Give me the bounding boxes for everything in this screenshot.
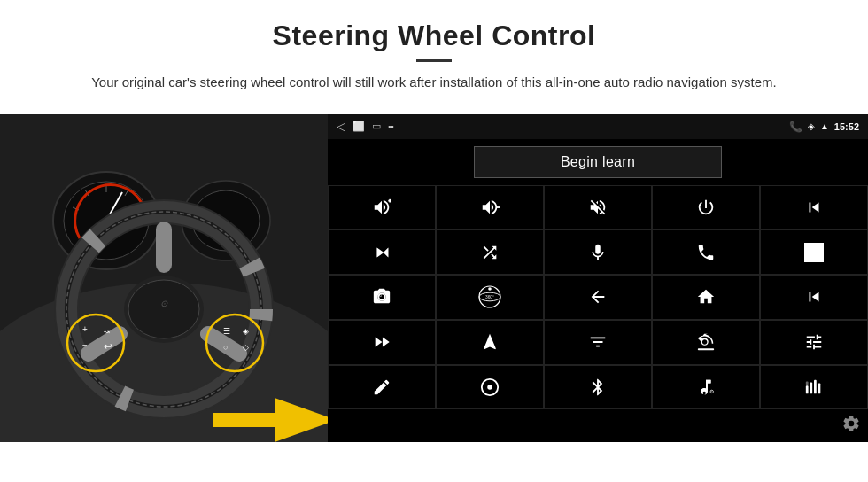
page-wrapper: Steering Wheel Control Your original car… bbox=[0, 0, 868, 442]
location-icon: ◈ bbox=[808, 121, 815, 131]
steering-wheel-panel: ⊙ + ↝ − ↩ ☰ ◈ ○ ◇ bbox=[0, 114, 328, 442]
bluetooth-button[interactable] bbox=[544, 365, 652, 410]
prev-track-button[interactable] bbox=[760, 185, 868, 230]
svg-rect-47 bbox=[806, 385, 809, 393]
sliders-button[interactable] bbox=[760, 320, 868, 365]
svg-rect-34 bbox=[213, 413, 276, 427]
next-track-button[interactable] bbox=[328, 229, 436, 275]
svg-point-21 bbox=[128, 280, 199, 338]
mic-button[interactable] bbox=[544, 229, 652, 275]
svg-text:360°: 360° bbox=[485, 296, 494, 300]
head-unit-panel: ◁ ⬜ ▭ ▪▪ 📞 ◈ ▲ 15:52 Begin learn bbox=[328, 114, 868, 442]
svg-rect-51 bbox=[806, 382, 809, 385]
svg-point-41 bbox=[488, 288, 492, 292]
phone-call-button[interactable] bbox=[652, 229, 760, 275]
svg-text:⚙: ⚙ bbox=[709, 388, 714, 394]
page-title: Steering Wheel Control bbox=[53, 19, 815, 52]
status-bar-nav: ◁ ⬜ ▭ ▪▪ bbox=[337, 120, 393, 133]
360-button[interactable]: 360° bbox=[436, 275, 544, 320]
svg-text:↝: ↝ bbox=[104, 328, 110, 336]
svg-text:+: + bbox=[82, 324, 88, 334]
svg-text:☰: ☰ bbox=[223, 327, 230, 336]
svg-text:○: ○ bbox=[223, 343, 228, 352]
phone-status-icon: 📞 bbox=[789, 120, 802, 133]
music-button[interactable]: ⚙ bbox=[652, 365, 760, 410]
begin-learn-button[interactable]: Begin learn bbox=[474, 146, 722, 178]
power-button[interactable] bbox=[652, 185, 760, 230]
back-button[interactable] bbox=[544, 275, 652, 320]
steering-wheel-svg: ⊙ + ↝ − ↩ ☰ ◈ ○ ◇ bbox=[0, 114, 328, 442]
back-nav-icon[interactable]: ◁ bbox=[337, 120, 345, 133]
recents-nav-icon[interactable]: ▭ bbox=[372, 120, 381, 132]
svg-text:◈: ◈ bbox=[243, 327, 249, 336]
settings-button[interactable] bbox=[841, 414, 861, 439]
status-bar: ◁ ⬜ ▭ ▪▪ 📞 ◈ ▲ 15:52 bbox=[328, 114, 868, 139]
skip-backward-button[interactable] bbox=[760, 275, 868, 320]
svg-text:◇: ◇ bbox=[243, 343, 249, 352]
navigate-button[interactable] bbox=[436, 320, 544, 365]
signal-icon: ▪▪ bbox=[388, 122, 393, 131]
wifi-icon: ▲ bbox=[820, 121, 829, 131]
360-icon: 360° bbox=[474, 281, 506, 313]
svg-rect-43 bbox=[698, 349, 714, 351]
header-section: Steering Wheel Control Your original car… bbox=[0, 0, 868, 102]
vol-up-button[interactable] bbox=[328, 185, 436, 230]
vol-down-button[interactable] bbox=[436, 185, 544, 230]
media-button[interactable] bbox=[436, 365, 544, 410]
settings-row bbox=[328, 410, 868, 442]
camera-button[interactable]: 360° bbox=[328, 275, 436, 320]
svg-text:⊙: ⊙ bbox=[160, 299, 168, 308]
equalizer-button[interactable] bbox=[544, 320, 652, 365]
svg-text:↩: ↩ bbox=[104, 340, 112, 353]
home-button[interactable] bbox=[652, 275, 760, 320]
svg-rect-49 bbox=[814, 380, 817, 394]
svg-rect-50 bbox=[818, 383, 821, 393]
content-row: ⊙ + ↝ − ↩ ☰ ◈ ○ ◇ bbox=[0, 114, 868, 442]
title-divider bbox=[416, 59, 452, 62]
svg-text:−: − bbox=[82, 340, 88, 350]
radio-button[interactable] bbox=[652, 320, 760, 365]
vol-mute-button[interactable] bbox=[544, 185, 652, 230]
clock: 15:52 bbox=[834, 121, 859, 132]
svg-text:360°: 360° bbox=[376, 293, 384, 298]
fast-forward-button[interactable] bbox=[328, 320, 436, 365]
icon-grid: 360° 360° bbox=[328, 185, 868, 410]
begin-learn-row: Begin learn bbox=[328, 139, 868, 185]
spectrum-button[interactable] bbox=[760, 365, 868, 410]
svg-point-45 bbox=[487, 385, 492, 390]
hang-up-button[interactable] bbox=[760, 229, 868, 275]
status-bar-info: 📞 ◈ ▲ 15:52 bbox=[789, 120, 859, 133]
header-description: Your original car's steering wheel contr… bbox=[89, 73, 779, 93]
svg-rect-48 bbox=[810, 383, 812, 394]
shuffle-button[interactable] bbox=[436, 229, 544, 275]
pen-button[interactable] bbox=[328, 365, 436, 410]
home-nav-icon[interactable]: ⬜ bbox=[353, 120, 365, 132]
